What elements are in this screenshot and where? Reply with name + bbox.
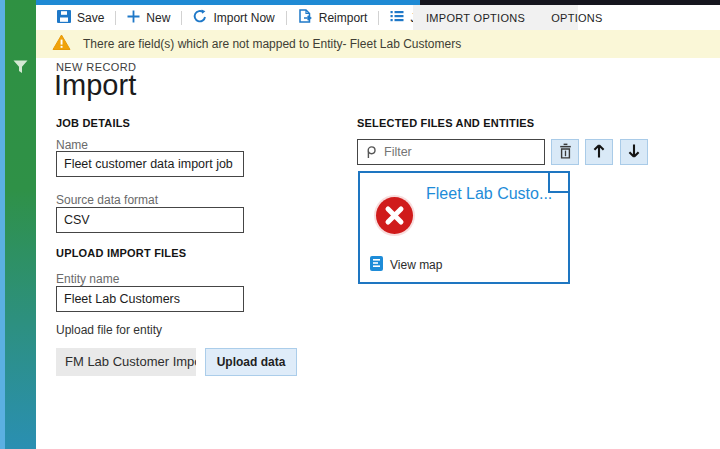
save-button[interactable]: Save [46,5,115,30]
map-document-icon [370,256,383,274]
page-title: Import [54,69,136,102]
command-bar: Save New Import Now Reimport [36,5,720,30]
name-input[interactable] [56,151,244,177]
reimport-button[interactable]: Reimport [287,5,379,30]
arrow-up-icon [591,143,607,162]
left-rail [0,0,36,449]
filter-input[interactable] [357,139,545,165]
warning-triangle-icon [52,34,71,55]
entity-name-label: Entity name [56,272,119,286]
view-map-link[interactable]: View map [370,256,442,274]
save-icon [57,10,71,26]
job-history-icon [390,10,404,25]
arrow-down-icon [626,143,642,162]
delete-file-button[interactable] [551,139,579,165]
reimport-icon [298,9,313,27]
import-now-button[interactable]: Import Now [182,5,285,30]
save-label: Save [77,11,104,25]
trash-icon [558,143,573,162]
move-up-button[interactable] [585,139,613,165]
new-button[interactable]: New [116,5,181,30]
entity-name-input[interactable] [56,286,244,312]
job-details-heading: JOB DETAILS [56,117,130,129]
import-now-label: Import Now [213,11,274,25]
new-label: New [146,11,170,25]
source-format-label: Source data format [56,193,158,207]
reimport-label: Reimport [319,11,368,25]
plus-icon [127,10,140,26]
source-format-input[interactable] [56,207,244,233]
menu-options[interactable]: OPTIONS [538,12,616,24]
refresh-icon [193,9,207,26]
import-screen: Save New Import Now Reimport [0,0,720,449]
tile-title: Fleet Lab Custo... [426,185,552,203]
warning-message: There are field(s) which are not mapped … [83,37,461,51]
filter-field [357,139,545,165]
selected-files-heading: SELECTED FILES AND ENTITIES [357,117,534,129]
menu-zone: IMPORT OPTIONS OPTIONS [413,5,578,30]
error-icon [376,197,413,234]
name-label: Name [56,138,88,152]
menu-import-options[interactable]: IMPORT OPTIONS [413,12,538,24]
filter-funnel-icon[interactable] [13,60,28,78]
left-rail-edge [0,0,5,449]
upload-files-heading: UPLOAD IMPORT FILES [56,247,186,259]
upload-data-button[interactable]: Upload data [205,348,297,376]
view-map-label: View map [390,258,442,272]
entity-tile[interactable]: Fleet Lab Custo... View map [358,171,570,284]
selected-file-name: FM Lab Customer Impor [56,348,196,376]
move-down-button[interactable] [620,139,648,165]
warning-bar: There are field(s) which are not mapped … [36,30,720,58]
upload-file-label: Upload file for entity [56,323,162,337]
